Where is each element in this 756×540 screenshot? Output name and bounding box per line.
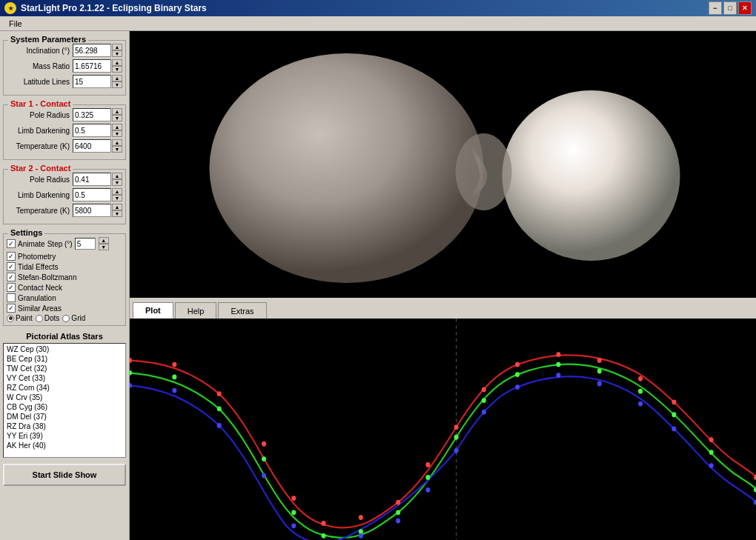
star2-pole-radius-row: Pole Radius ▲ ▼ xyxy=(7,173,122,186)
list-item[interactable]: BE Cep (31) xyxy=(4,354,125,364)
step-down[interactable]: ▼ xyxy=(99,244,109,250)
dots-radio[interactable] xyxy=(36,315,43,322)
list-item[interactable]: AK Her (40) xyxy=(4,441,125,450)
list-item[interactable]: W Crv (35) xyxy=(4,393,125,402)
settings-group: Settings Animate Step (°) ▲ ▼ Photometry… xyxy=(3,233,126,326)
similar-areas-checkbox[interactable] xyxy=(7,304,16,313)
grid-radio-group: Grid xyxy=(62,314,85,322)
star1-pole-radius-down[interactable]: ▼ xyxy=(112,115,122,121)
star1-temp-down[interactable]: ▼ xyxy=(112,146,122,153)
plot-tab[interactable]: Plot xyxy=(133,302,173,319)
star1-limb-up[interactable]: ▲ xyxy=(112,124,122,130)
stefan-checkbox[interactable] xyxy=(7,273,16,281)
photometry-label: Photometry xyxy=(18,253,56,261)
step-up[interactable]: ▲ xyxy=(99,237,109,244)
list-item[interactable]: RZ Com (34) xyxy=(4,383,125,393)
star2-title: Star 2 - Contact xyxy=(8,164,73,173)
paint-radio-group: Paint xyxy=(7,314,33,322)
star2-group: Star 2 - Contact Pole Radius ▲ ▼ Limb Da… xyxy=(3,169,126,224)
svg-point-49 xyxy=(425,487,430,493)
star1-pole-radius-up[interactable]: ▲ xyxy=(112,108,122,115)
minimize-button[interactable]: − xyxy=(709,1,722,15)
photometry-row: Photometry xyxy=(7,252,122,261)
window-controls: − □ ✕ xyxy=(709,1,752,15)
svg-point-13 xyxy=(425,462,430,467)
svg-point-19 xyxy=(638,376,643,381)
star2-temp-row: Temperature (K) ▲ ▼ xyxy=(7,204,122,217)
mass-ratio-row: Mass Ratio ▲ ▼ xyxy=(7,59,122,73)
svg-point-38 xyxy=(672,412,676,417)
contact-neck-checkbox[interactable] xyxy=(7,283,16,292)
star1-temp-input[interactable] xyxy=(73,139,111,153)
inclination-down[interactable]: ▼ xyxy=(112,50,122,57)
paint-radio[interactable] xyxy=(7,315,14,322)
star1-group: Star 1 - Contact Pole Radius ▲ ▼ Limb Da… xyxy=(3,104,126,160)
tidal-checkbox[interactable] xyxy=(7,262,16,271)
inclination-up[interactable]: ▲ xyxy=(112,44,122,50)
inclination-input[interactable] xyxy=(73,44,111,57)
inclination-row: Inclination (°) ▲ ▼ xyxy=(7,44,122,57)
svg-point-48 xyxy=(396,519,400,524)
close-button[interactable]: ✕ xyxy=(738,1,752,15)
list-item[interactable]: RZ Dra (38) xyxy=(4,421,125,431)
star2-temp-up[interactable]: ▲ xyxy=(112,204,122,210)
mass-ratio-up[interactable]: ▲ xyxy=(112,59,122,66)
star2-pole-radius-input[interactable] xyxy=(73,173,111,186)
mass-ratio-input[interactable] xyxy=(73,59,111,73)
latitude-lines-down[interactable]: ▼ xyxy=(112,81,122,88)
svg-point-24 xyxy=(172,375,176,380)
star2-temp-input[interactable] xyxy=(73,204,111,217)
star2-limb-down[interactable]: ▼ xyxy=(112,195,122,201)
svg-point-7 xyxy=(217,391,222,396)
star1-limb-row: Limb Darkening ▲ ▼ xyxy=(7,124,122,137)
granulation-label: Granulation xyxy=(18,294,56,302)
grid-radio[interactable] xyxy=(62,315,70,322)
step-input[interactable] xyxy=(75,238,96,250)
list-item[interactable]: VY Cet (33) xyxy=(4,373,125,383)
stefan-row: Stefan-Boltzmann xyxy=(7,273,122,281)
mass-ratio-down[interactable]: ▼ xyxy=(112,66,122,73)
star1-temp-spinner: ▲ ▼ xyxy=(112,139,122,153)
star2-limb-input[interactable] xyxy=(73,188,111,201)
star1-pole-radius-spinner: ▲ ▼ xyxy=(112,108,122,121)
file-menu[interactable]: File xyxy=(3,18,28,30)
star1-pole-radius-input[interactable] xyxy=(73,108,111,121)
svg-point-47 xyxy=(359,533,363,539)
svg-point-20 xyxy=(672,399,676,404)
step-label: Step (°) xyxy=(47,240,73,248)
star1-temp-up[interactable]: ▲ xyxy=(112,139,122,146)
svg-point-45 xyxy=(291,523,296,528)
star2-pole-radius-up[interactable]: ▲ xyxy=(112,173,122,179)
svg-point-10 xyxy=(322,521,326,526)
svg-point-39 xyxy=(709,450,714,455)
star1-limb-down[interactable]: ▼ xyxy=(112,130,122,137)
start-slideshow-button[interactable]: Start Slide Show xyxy=(3,464,126,486)
animate-checkbox[interactable] xyxy=(7,239,16,248)
svg-point-34 xyxy=(515,372,520,377)
svg-point-55 xyxy=(638,401,643,407)
list-item[interactable]: DM Del (37) xyxy=(4,412,125,421)
star2-pole-radius-down[interactable]: ▼ xyxy=(112,179,122,186)
plot-area xyxy=(130,319,756,540)
star2-limb-up[interactable]: ▲ xyxy=(112,188,122,195)
svg-point-37 xyxy=(638,389,643,394)
help-tab[interactable]: Help xyxy=(175,302,217,319)
list-item[interactable]: CB Cyg (36) xyxy=(4,402,125,412)
granulation-checkbox[interactable] xyxy=(7,293,16,302)
latitude-lines-up[interactable]: ▲ xyxy=(112,75,122,81)
title-text: StarLight Pro 2.1.22 - Eclipsing Binary … xyxy=(21,3,207,13)
photometry-checkbox[interactable] xyxy=(7,252,16,261)
svg-point-36 xyxy=(597,369,602,374)
list-item[interactable]: TW Cet (32) xyxy=(4,364,125,373)
extras-tab[interactable]: Extras xyxy=(218,302,266,319)
list-item[interactable]: YY Eri (39) xyxy=(4,431,125,441)
maximize-button[interactable]: □ xyxy=(723,1,737,15)
app-icon: ★ xyxy=(4,2,16,14)
granulation-row: Granulation xyxy=(7,293,122,302)
star1-limb-input[interactable] xyxy=(73,124,111,137)
star2-limb-label: Limb Darkening xyxy=(7,191,73,199)
list-item[interactable]: WZ Cep (30) xyxy=(4,344,125,354)
star2-temp-down[interactable]: ▼ xyxy=(112,210,122,217)
system-params-title: System Parameters xyxy=(8,35,88,44)
latitude-lines-input[interactable] xyxy=(73,75,111,88)
